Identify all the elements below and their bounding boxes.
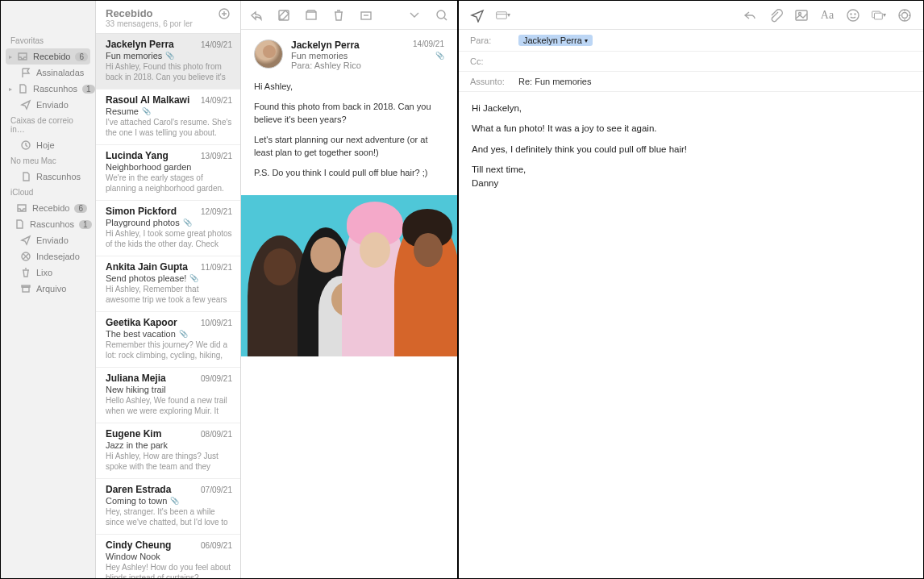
sidebar-item[interactable]: Arquivo [1,281,95,297]
subject-field[interactable]: Assunto: [459,72,923,92]
preview-text: We're in the early stages of planning a … [106,173,232,194]
mailbox-status: 33 mensagens, 6 por ler [106,19,231,28]
svg-rect-2 [23,287,29,292]
photo-icon[interactable] [794,8,809,23]
message-list-item[interactable]: Eugene Kim08/09/21Jazz in the parkHi Ash… [96,423,240,479]
message-list-item[interactable]: Lucinda Yang13/09/21Neighborhood gardenW… [96,145,240,201]
preview-text: Hi Ashley, How are things? Just spoke wi… [106,451,232,472]
date: 14/09/21 [201,40,232,49]
sidebar-item[interactable]: Indesejado [1,248,95,265]
sidebar-item-label: Hoje [36,140,55,150]
sidebar-group-title: iCloud [1,185,95,200]
emoji-icon[interactable] [846,8,860,23]
message-list-item[interactable]: Cindy Cheung06/09/21Window NookHey Ashle… [96,535,240,578]
message-list-items[interactable]: Jackelyn Perra14/09/21Fun memories📎Hi As… [96,34,240,578]
date: 10/09/21 [201,319,232,327]
sidebar-item[interactable]: Assinaladas [1,65,95,81]
mailbox-title: Recebido [106,7,231,19]
sidebar-item[interactable]: ▸Rascunhos1 [1,81,95,97]
message-list-item[interactable]: Ankita Jain Gupta11/09/21Send photos ple… [96,256,240,312]
sidebar-item-label: Recebido [33,52,70,61]
message-list-item[interactable]: Rasoul Al Malkawi14/09/21Resume📎I've att… [96,90,240,145]
date: 14/09/21 [201,96,232,105]
compose-icon[interactable] [277,8,291,23]
subject: Neighborhood garden [106,162,191,172]
junk-icon[interactable] [359,8,373,23]
to-field[interactable]: Para: Jackelyn Perra ▾ [459,30,923,52]
svg-point-17 [902,12,908,18]
chevron-down-icon[interactable]: ▾ [585,37,588,44]
send-icon[interactable] [470,8,485,23]
subject-input[interactable] [518,77,912,86]
sidebar-item[interactable]: Lixo [1,265,95,281]
header-fields-icon[interactable]: ▾ [496,8,510,23]
archive-icon [20,283,31,294]
sidebar-item[interactable]: Enviado [1,232,95,248]
sender: Eugene Kim [106,428,161,439]
message-body: Hi Ashley, Found this photo from back in… [241,77,457,195]
cc-field[interactable]: Cc: [459,52,923,72]
compose-toolbar: ▾ Aa ▾ [459,1,923,30]
message-paragraph: Let's start planning our next adventure … [254,133,444,160]
message-list-item[interactable]: Jackelyn Perra14/09/21Fun memories📎Hi As… [96,34,240,90]
message-list-item[interactable]: Simon Pickford12/09/21Playground photos📎… [96,201,240,256]
message-list: Recebido 33 mensagens, 6 por ler Jackely… [96,1,241,578]
subject: Window Nook [106,552,160,561]
filter-icon[interactable] [218,7,231,23]
attachment-icon: 📎 [165,52,174,60]
sender: Jackelyn Perra [106,39,174,50]
doc-icon [14,219,25,230]
doc-icon [20,171,31,182]
svg-rect-5 [306,12,316,19]
sidebar-item-label: Rascunhos [30,219,74,229]
compose-pane: ▾ Aa ▾ Para: Jackelyn Perra ▾ Cc: [459,1,923,578]
compose-line: And yes, I definitely think you could pu… [472,143,910,156]
recipient-name: Jackelyn Perra [523,35,582,45]
chevron-right-icon[interactable]: ▸ [9,85,12,93]
compose-body[interactable]: Hi Jackelyn, What a fun photo! It was a … [459,92,923,206]
compose-line: Till next time, [472,163,910,177]
sender: Lucinda Yang [106,150,169,161]
sidebar-item-label: Rascunhos [36,172,81,181]
format-icon[interactable]: Aa [820,8,835,23]
sender: Rasoul Al Malkawi [106,94,189,106]
to-label: Para: [470,35,512,45]
message-date: 14/09/21 [413,40,444,48]
inbox-icon [17,51,28,62]
recipient-token[interactable]: Jackelyn Perra ▾ [518,35,593,46]
search-icon[interactable] [435,8,449,23]
svg-rect-15 [875,13,883,19]
attach-icon[interactable] [768,8,783,23]
date: 12/09/21 [201,207,232,216]
sidebar-item-label: Recebido [32,203,69,213]
sidebar-item[interactable]: Rascunhos1 [1,216,95,232]
svg-point-11 [847,10,859,21]
message-list-item[interactable]: Geetika Kapoor10/09/21The best vacation📎… [96,312,240,368]
compose-line: Danny [472,177,910,190]
sidebar-item[interactable]: Rascunhos [1,169,95,185]
sidebar-item[interactable]: Enviado [1,97,95,113]
subject: Fun memories [106,51,162,60]
reply-icon[interactable] [249,8,264,23]
chevron-right-icon[interactable]: ▸ [9,53,12,60]
sent-icon [20,235,31,246]
message-list-item[interactable]: Juliana Mejia09/09/21New hiking trailHel… [96,368,240,423]
sidebar-item[interactable]: Recebido6 [1,200,95,216]
message-paragraph: Found this photo from back in 2018. Can … [254,100,444,127]
svg-point-12 [851,14,851,15]
archive-icon[interactable] [304,8,318,23]
attachment-icon: 📎 [189,274,198,282]
cc-input[interactable] [518,56,912,66]
media-browser-icon[interactable]: ▾ [872,8,886,23]
trash-icon[interactable] [331,8,346,23]
attachment-icon: 📎 [183,219,192,227]
message-list-item[interactable]: Daren Estrada07/09/21Coming to town📎Hey,… [96,479,240,535]
reply-arrow-icon[interactable] [743,8,757,23]
sidebar-item[interactable]: ▸Recebido6 [6,48,90,65]
more-icon[interactable] [407,8,422,23]
markup-icon[interactable] [897,8,912,23]
doc-icon [17,83,28,94]
date: 09/09/21 [201,374,232,383]
message-attachment-image[interactable] [241,195,457,356]
sidebar-item[interactable]: Hoje [1,137,95,153]
